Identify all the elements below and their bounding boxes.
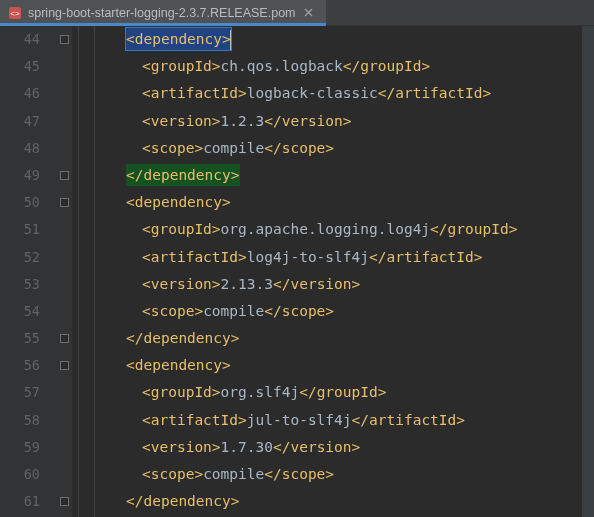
- line-number: 57: [0, 379, 40, 406]
- xml-tag: artifactId: [369, 412, 456, 428]
- xml-text: jul-to-slf4j: [247, 412, 352, 428]
- xml-tag: groupId: [360, 58, 421, 74]
- code-line: <artifactId>log4j-to-slf4j</artifactId>: [110, 244, 582, 271]
- fold-strip: [58, 26, 72, 517]
- vertical-scrollbar[interactable]: [582, 26, 594, 517]
- line-number-gutter: 444546474849505152535455565758596061: [0, 26, 58, 517]
- code-line: </dependency>: [110, 488, 582, 515]
- xml-text: log4j-to-slf4j: [247, 249, 369, 265]
- line-number: 49: [0, 162, 40, 189]
- code-line: <dependency>: [110, 26, 582, 53]
- matched-tag-close: </dependency>: [126, 164, 240, 186]
- code-line: <scope>compile</scope>: [110, 298, 582, 325]
- xml-text: logback-classic: [247, 85, 378, 101]
- xml-tag: artifactId: [151, 249, 238, 265]
- fold-collapse-icon[interactable]: [60, 361, 69, 370]
- code-line: <artifactId>logback-classic</artifactId>: [110, 80, 582, 107]
- xml-text: compile: [203, 466, 264, 482]
- xml-tag: version: [282, 113, 343, 129]
- xml-tag: version: [290, 439, 351, 455]
- svg-text:<>: <>: [10, 9, 20, 18]
- text-caret: [230, 30, 232, 50]
- line-number: 45: [0, 53, 40, 80]
- xml-file-icon: <>: [8, 6, 22, 20]
- line-number: 60: [0, 461, 40, 488]
- xml-tag: scope: [282, 140, 326, 156]
- line-number: 56: [0, 352, 40, 379]
- line-number: 47: [0, 108, 40, 135]
- code-line: <groupId>ch.qos.logback</groupId>: [110, 53, 582, 80]
- xml-tag: groupId: [151, 58, 212, 74]
- code-line: <artifactId>jul-to-slf4j</artifactId>: [110, 407, 582, 434]
- fold-collapse-icon[interactable]: [60, 35, 69, 44]
- xml-tag: artifactId: [151, 85, 238, 101]
- xml-text: ch.qos.logback: [221, 58, 343, 74]
- xml-tag: groupId: [151, 221, 212, 237]
- code-line: <groupId>org.apache.logging.log4j</group…: [110, 216, 582, 243]
- xml-text: compile: [203, 303, 264, 319]
- code-line: <version>2.13.3</version>: [110, 271, 582, 298]
- code-line: </dependency>: [110, 325, 582, 352]
- code-area[interactable]: <dependency><groupId>ch.qos.logback</gro…: [110, 26, 582, 517]
- xml-text: 1.7.30: [221, 439, 273, 455]
- xml-tag: groupId: [448, 221, 509, 237]
- code-line: <dependency>: [110, 189, 582, 216]
- xml-tag: groupId: [317, 384, 378, 400]
- line-number: 50: [0, 189, 40, 216]
- line-number: 59: [0, 434, 40, 461]
- code-line: <version>1.7.30</version>: [110, 434, 582, 461]
- xml-text: 1.2.3: [221, 113, 265, 129]
- code-line: <groupId>org.slf4j</groupId>: [110, 379, 582, 406]
- indent-guides: [72, 26, 110, 517]
- line-number: 61: [0, 488, 40, 515]
- xml-text: org.apache.logging.log4j: [221, 221, 431, 237]
- xml-tag: version: [290, 276, 351, 292]
- fold-collapse-icon[interactable]: [60, 198, 69, 207]
- xml-text: 2.13.3: [221, 276, 273, 292]
- line-number: 52: [0, 244, 40, 271]
- line-number: 58: [0, 407, 40, 434]
- editor-tab[interactable]: <> spring-boot-starter-logging-2.3.7.REL…: [0, 0, 326, 25]
- line-number: 51: [0, 216, 40, 243]
- xml-tag: artifactId: [151, 412, 238, 428]
- xml-tag: version: [151, 439, 212, 455]
- line-number: 53: [0, 271, 40, 298]
- xml-tag: dependency: [135, 31, 222, 47]
- close-icon[interactable]: [302, 6, 316, 20]
- xml-tag: scope: [151, 140, 195, 156]
- xml-tag: dependency: [135, 357, 222, 373]
- xml-tag: scope: [151, 466, 195, 482]
- tab-bar: <> spring-boot-starter-logging-2.3.7.REL…: [0, 0, 594, 26]
- fold-expand-icon[interactable]: [60, 334, 69, 343]
- tab-label: spring-boot-starter-logging-2.3.7.RELEAS…: [28, 6, 296, 20]
- code-line: <scope>compile</scope>: [110, 135, 582, 162]
- xml-tag: scope: [151, 303, 195, 319]
- editor: 444546474849505152535455565758596061 <de…: [0, 26, 594, 517]
- xml-tag: artifactId: [395, 85, 482, 101]
- matched-tag-open: <dependency>: [126, 28, 231, 50]
- code-line: <scope>compile</scope>: [110, 461, 582, 488]
- xml-tag: version: [151, 113, 212, 129]
- xml-tag: groupId: [151, 384, 212, 400]
- xml-text: compile: [203, 140, 264, 156]
- line-number: 44: [0, 26, 40, 53]
- line-number: 46: [0, 80, 40, 107]
- xml-tag: dependency: [143, 330, 230, 346]
- code-line: <dependency>: [110, 352, 582, 379]
- xml-tag: dependency: [143, 493, 230, 509]
- xml-tag: scope: [282, 466, 326, 482]
- line-number: 55: [0, 325, 40, 352]
- fold-expand-icon[interactable]: [60, 497, 69, 506]
- xml-tag: scope: [282, 303, 326, 319]
- xml-tag: dependency: [143, 167, 230, 183]
- xml-tag: dependency: [135, 194, 222, 210]
- code-line: <version>1.2.3</version>: [110, 108, 582, 135]
- fold-expand-icon[interactable]: [60, 171, 69, 180]
- line-number: 54: [0, 298, 40, 325]
- xml-tag: version: [151, 276, 212, 292]
- xml-tag: artifactId: [386, 249, 473, 265]
- code-line: </dependency>: [110, 162, 582, 189]
- xml-text: org.slf4j: [221, 384, 300, 400]
- line-number: 48: [0, 135, 40, 162]
